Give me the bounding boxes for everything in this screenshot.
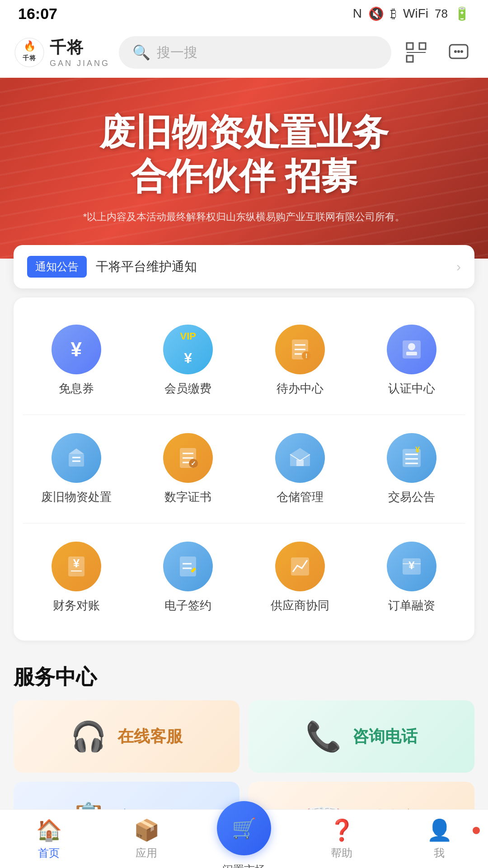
svg-point-10: [460, 50, 463, 53]
market-button[interactable]: 🛒: [217, 801, 271, 855]
message-icon: [447, 41, 470, 64]
svg-rect-3: [407, 43, 413, 49]
nav-dot-indicator: [473, 827, 480, 834]
service-online[interactable]: 🎧 在线客服: [14, 700, 239, 773]
banner-content: 废旧物资处置业务 合作伙伴 招募 *以上内容及本活动最终解释权归山东纵横易购产业…: [83, 113, 405, 224]
svg-point-8: [454, 50, 457, 53]
me-icon: 👤: [427, 818, 452, 842]
battery-icon: 🔋: [454, 6, 470, 21]
svg-rect-19: [406, 352, 417, 355]
banner-title1: 废旧物资处置业务: [83, 113, 405, 152]
order-icon: ¥: [387, 542, 436, 591]
nav-me[interactable]: 👤 我: [390, 818, 488, 860]
svg-text:¥: ¥: [73, 557, 80, 570]
icon-trade[interactable]: ¥ 交易公告: [358, 424, 466, 514]
online-service-label: 在线客服: [117, 726, 183, 748]
message-button[interactable]: [443, 37, 474, 68]
svg-rect-31: [296, 460, 304, 466]
notice-arrow-icon: ›: [456, 259, 461, 274]
home-icon: 🏠: [36, 818, 62, 842]
bottom-nav: 🏠 首页 📦 应用 🛒 闲置市场 ❓ 帮助 👤 我: [0, 809, 488, 868]
svg-rect-5: [419, 43, 426, 49]
waste-label: 废旧物资处置: [41, 489, 112, 505]
trade-label: 交易公告: [388, 489, 435, 505]
icon-todo[interactable]: ! 待办中心: [246, 316, 354, 406]
icon-coupon[interactable]: ¥ 免息券: [23, 316, 130, 406]
search-bar[interactable]: 🔍 搜一搜: [119, 36, 391, 69]
service-phone[interactable]: 📞 咨询电话: [249, 700, 474, 773]
market-label: 闲置市场: [222, 863, 266, 868]
icon-storage[interactable]: 仓储管理: [246, 424, 354, 514]
header-right: [400, 37, 474, 68]
coupon-label: 免息券: [59, 381, 94, 396]
icon-cert[interactable]: 认证中心: [358, 316, 466, 406]
nav-market[interactable]: 🛒 闲置市场: [195, 801, 293, 868]
finance-label: 财务对账: [53, 598, 100, 613]
header: 🔥 千将 千将 GAN JIANG 🔍 搜一搜: [0, 27, 488, 78]
nav-apps[interactable]: 📦 应用: [98, 818, 195, 860]
sign-label: 电子签约: [164, 598, 211, 613]
vip-label: 会员缴费: [164, 381, 211, 396]
banner: 废旧物资处置业务 合作伙伴 招募 *以上内容及本活动最终解释权归山东纵横易购产业…: [0, 78, 488, 259]
svg-rect-42: [180, 557, 196, 576]
icon-sign[interactable]: 电子签约: [135, 533, 242, 623]
consult-phone-label: 咨询电话: [352, 726, 418, 748]
scan-button[interactable]: [400, 37, 432, 68]
cert-icon: [387, 325, 436, 374]
icon-digital[interactable]: ✓ 数字证书: [135, 424, 242, 514]
apps-label: 应用: [136, 846, 157, 860]
icon-supplier[interactable]: 供应商协同: [246, 533, 354, 623]
trade-icon: ¥: [387, 433, 436, 483]
help-label: 帮助: [331, 846, 352, 860]
svg-text:🔥: 🔥: [23, 40, 36, 52]
todo-icon: !: [275, 325, 325, 374]
svg-text:✓: ✓: [191, 460, 196, 467]
digital-label: 数字证书: [164, 489, 211, 505]
icon-finance[interactable]: ¥ 财务对账: [23, 533, 130, 623]
todo-label: 待办中心: [277, 381, 324, 396]
status-time: 16:07: [18, 5, 57, 23]
svg-text:¥: ¥: [415, 445, 420, 454]
market-icon: 🛒: [232, 816, 257, 840]
logo-text: 千将: [50, 37, 110, 59]
waste-icon: [52, 433, 101, 483]
order-label: 订单融资: [388, 598, 435, 613]
supplier-icon: [275, 542, 325, 591]
svg-text:¥: ¥: [409, 559, 415, 571]
notice-text: 干将平台维护通知: [96, 258, 447, 275]
bluetooth-icon: ₿: [390, 6, 397, 21]
icon-vip[interactable]: VIP ¥ 会员缴费: [135, 316, 242, 406]
nfc-icon: N: [353, 6, 362, 21]
search-icon: 🔍: [132, 44, 150, 61]
me-label: 我: [434, 846, 445, 860]
notice-tag: 通知公告: [27, 256, 87, 278]
coupon-icon: ¥: [52, 325, 101, 374]
help-icon: ❓: [329, 818, 355, 842]
banner-title2: 合作伙伴 招募: [83, 152, 405, 201]
svg-point-9: [457, 50, 460, 53]
notice-bar[interactable]: 通知公告 干将平台维护通知 ›: [14, 245, 474, 288]
status-icons: N 🔇 ₿ WiFi 78 🔋: [353, 6, 470, 21]
nav-home[interactable]: 🏠 首页: [0, 818, 98, 860]
icon-order[interactable]: ¥ 订单融资: [358, 533, 466, 623]
icon-grid-row3: ¥ 财务对账 电子签约: [23, 528, 465, 627]
supplier-label: 供应商协同: [271, 598, 329, 613]
icon-grid-row1: ¥ 免息券 VIP ¥ 会员缴费 !: [23, 311, 465, 410]
divider2: [23, 523, 465, 524]
service-center-title: 服务中心: [0, 650, 488, 700]
quick-icons-card: ¥ 免息券 VIP ¥ 会员缴费 !: [14, 297, 474, 641]
wifi-icon: WiFi: [403, 6, 428, 21]
icon-waste[interactable]: 废旧物资处置: [23, 424, 130, 514]
vip-icon: VIP ¥: [163, 325, 213, 374]
logo-sub: GAN JIANG: [50, 59, 110, 68]
banner-subtitle: *以上内容及本活动最终解释权归山东纵横易购产业互联网有限公司所有。: [83, 210, 405, 224]
svg-rect-4: [407, 56, 413, 62]
finance-icon: ¥: [52, 542, 101, 591]
logo-area: 🔥 千将 千将 GAN JIANG: [14, 37, 110, 68]
nav-help[interactable]: ❓ 帮助: [293, 818, 390, 860]
sign-icon: [163, 542, 213, 591]
cert-label: 认证中心: [388, 381, 435, 396]
home-label: 首页: [38, 846, 60, 860]
battery-level: 78: [435, 7, 448, 21]
svg-text:!: !: [305, 352, 307, 359]
